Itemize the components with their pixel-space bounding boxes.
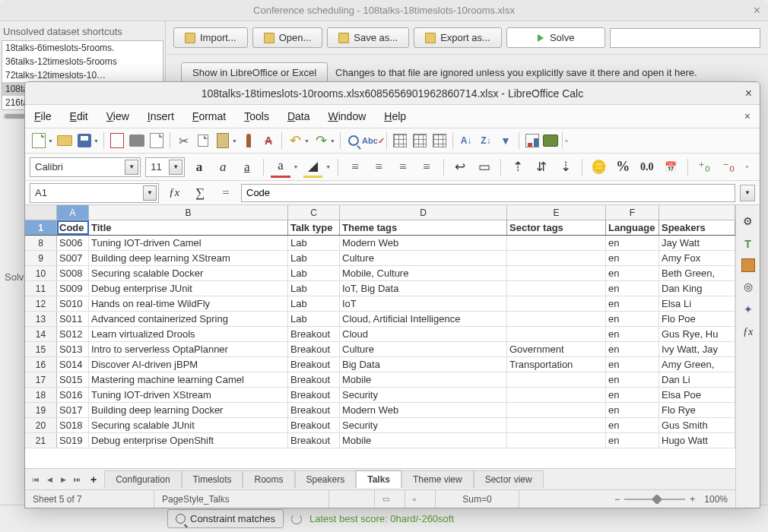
merge-icon[interactable]: ▭	[474, 157, 493, 178]
cell[interactable]: Mastering machine learning Camel	[89, 372, 288, 387]
wrap-icon[interactable]: ↩	[451, 157, 470, 178]
export-pdf-icon[interactable]	[108, 131, 126, 150]
lo-close-icon[interactable]: ×	[745, 87, 752, 100]
cell[interactable]: en	[606, 327, 659, 341]
chart-icon[interactable]	[523, 131, 541, 150]
cell[interactable]: Lab	[288, 236, 340, 250]
sheet-tab-timeslots[interactable]: Timeslots	[182, 470, 243, 488]
cell[interactable]	[507, 312, 606, 326]
saveas-button[interactable]: Save as...	[327, 27, 409, 48]
nav-next-icon[interactable]: ▶	[57, 473, 69, 486]
cell[interactable]: Gus Rye, Hu	[659, 327, 735, 341]
align-left-icon[interactable]: ≡	[345, 157, 364, 178]
cell[interactable]: Breakout	[288, 418, 340, 432]
sort-desc-icon[interactable]: Z↓	[477, 131, 495, 150]
cell[interactable]: Jay Watt	[659, 236, 735, 250]
list-item[interactable]: 36talks-12timeslots-5rooms	[2, 55, 163, 68]
toolbar-overflow-icon[interactable]: »	[745, 164, 755, 169]
cell[interactable]: en	[606, 403, 659, 417]
menu-tools[interactable]: Tools	[244, 110, 269, 122]
cell[interactable]	[507, 372, 606, 387]
cell[interactable]: Government	[507, 342, 606, 356]
cell[interactable]: S014	[57, 357, 89, 372]
italic-icon[interactable]: a	[214, 157, 233, 178]
parent-close-icon[interactable]: ×	[754, 4, 760, 17]
cell[interactable]	[507, 296, 606, 311]
sheet-tab-sector-view[interactable]: Sector view	[474, 470, 544, 488]
refresh-icon[interactable]	[291, 514, 302, 524]
cell[interactable]: Gus Smith	[659, 418, 735, 432]
cell[interactable]: Speakers	[659, 220, 735, 235]
cell[interactable]: Cloud, Artificial Intelligence	[340, 312, 507, 326]
row-header[interactable]: 10	[25, 266, 57, 280]
cell[interactable]	[507, 281, 606, 296]
cell[interactable]: Mobile, Culture	[340, 266, 507, 280]
function-wizard-icon[interactable]: ƒx	[163, 182, 185, 204]
menu-view[interactable]: View	[106, 110, 129, 122]
cell[interactable]: Breakout	[288, 433, 340, 448]
add-sheet-icon[interactable]: +	[84, 472, 103, 487]
col-header[interactable]: E	[507, 205, 606, 220]
col-header[interactable]: A	[57, 205, 89, 220]
undo-icon[interactable]: ↶	[286, 131, 304, 150]
remove-decimal-icon[interactable]: ⁻₀	[719, 157, 738, 178]
cell[interactable]: IoT, Big Data	[340, 281, 507, 296]
date-icon[interactable]: 📅	[661, 157, 680, 178]
open-icon[interactable]	[56, 131, 74, 150]
row-header[interactable]: 15	[25, 342, 57, 356]
cut-icon[interactable]: ✂	[174, 131, 192, 150]
lo-titlebar[interactable]: 108talks-18timeslots-10rooms.xlsx6085656…	[25, 82, 760, 105]
cell[interactable]: Elsa Li	[659, 296, 735, 311]
col-icon[interactable]	[411, 131, 429, 150]
cell[interactable]: Dan Li	[659, 372, 735, 387]
cell[interactable]	[507, 327, 606, 341]
valign-top-icon[interactable]: ⇡	[508, 157, 527, 178]
functions-icon[interactable]: ƒx	[740, 324, 757, 340]
cell[interactable]: en	[606, 418, 659, 432]
cell[interactable]	[507, 403, 606, 417]
cell[interactable]: Dan King	[659, 281, 735, 296]
percent-icon[interactable]: %	[614, 157, 633, 178]
cell[interactable]: Mobile	[340, 372, 507, 387]
font-name-combo[interactable]: Calibri▼	[30, 157, 141, 177]
autofilter-icon[interactable]: ▼	[497, 131, 515, 150]
search-field[interactable]	[610, 28, 760, 48]
cell[interactable]: Advanced containerized Spring	[89, 312, 288, 326]
paste-icon[interactable]	[214, 131, 232, 150]
cell[interactable]: en	[606, 312, 659, 326]
sidebar-settings-icon[interactable]: ⚙	[740, 213, 757, 230]
cell[interactable]: Hugo Watt	[659, 433, 735, 448]
cell[interactable]: S015	[57, 372, 89, 387]
cell[interactable]: Code	[57, 220, 89, 235]
cell[interactable]: Tuning IOT-driven XStream	[89, 388, 288, 402]
row-header[interactable]: 16	[25, 357, 57, 372]
nav-first-icon[interactable]: ⏮	[30, 473, 42, 486]
cell[interactable]: Modern Web	[340, 236, 507, 250]
cell[interactable]: Lab	[288, 281, 340, 296]
row-icon[interactable]	[391, 131, 409, 150]
gallery-icon[interactable]: ◎	[740, 278, 757, 295]
status-insert[interactable]: ▭	[375, 490, 405, 508]
row-header[interactable]: 21	[25, 433, 57, 448]
valign-bot-icon[interactable]: ⇣	[556, 157, 575, 178]
menu-edit[interactable]: Edit	[70, 110, 88, 122]
cell[interactable]: S007	[57, 251, 89, 265]
list-item[interactable]: 72talks-12timeslots-10…	[2, 68, 163, 82]
cell[interactable]: Mobile	[340, 433, 507, 448]
cell[interactable]: Ivy Watt, Jay	[659, 342, 735, 356]
font-color-icon[interactable]: a	[271, 157, 290, 178]
zoom-value[interactable]: 100%	[704, 494, 728, 505]
cell[interactable]: Flo Rye	[659, 403, 735, 417]
cell[interactable]: S010	[57, 296, 89, 311]
cell[interactable]: Breakout	[288, 388, 340, 402]
menu-window[interactable]: Window	[328, 110, 366, 122]
row-header[interactable]: 20	[25, 418, 57, 432]
bold-icon[interactable]: a	[189, 157, 208, 178]
cell[interactable]: Theme tags	[340, 220, 507, 235]
cell[interactable]: S018	[57, 418, 89, 432]
cell[interactable]: Title	[89, 220, 288, 235]
row-header[interactable]: 19	[25, 403, 57, 417]
equals-icon[interactable]: =	[215, 182, 236, 204]
cell[interactable]: Culture	[340, 342, 507, 356]
cell[interactable]: S013	[57, 342, 89, 356]
